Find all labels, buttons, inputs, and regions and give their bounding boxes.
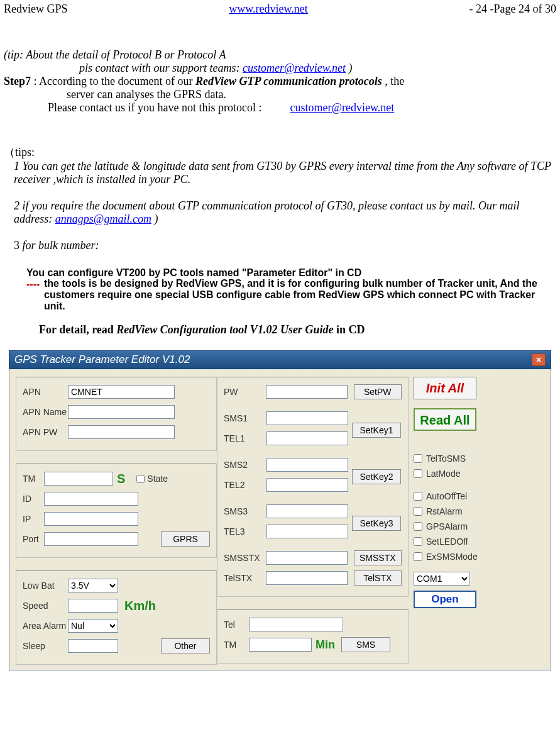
lowbat-select[interactable]: 3.5V — [68, 579, 118, 592]
gpsalarm-label: GPSAlarm — [426, 521, 468, 531]
tel-input[interactable] — [249, 618, 343, 631]
telstx-button[interactable]: TelSTX — [354, 570, 402, 586]
apn-name-input[interactable] — [68, 405, 175, 419]
autoofftel-checkbox[interactable] — [414, 492, 422, 501]
detail-line: For detail, read RedView Configuration t… — [39, 323, 556, 336]
misc-group: Low Bat 3.5V SpeedKm/h Area Alarm Nul Sl… — [16, 570, 217, 665]
sms1-input[interactable] — [266, 411, 348, 425]
tm-unit-s: S — [117, 472, 125, 486]
other-button[interactable]: Other — [161, 638, 210, 653]
tel2-input[interactable] — [266, 478, 348, 492]
apn-pw-label: APN PW — [23, 427, 68, 437]
tm-input[interactable] — [44, 472, 113, 486]
sms2-label: SMS2 — [224, 460, 266, 470]
lowbat-label: Low Bat — [23, 581, 68, 591]
tel-label: Tel — [224, 620, 249, 630]
areaalarm-label: Area Alarm — [23, 621, 68, 631]
bulk-block: You can configure VT200 by PC tools name… — [26, 267, 556, 312]
tip-line-2-suffix: ) — [346, 62, 353, 74]
open-button[interactable]: Open — [414, 591, 476, 608]
dialog-titlebar[interactable]: GPS Tracker Parameter Editor V1.02 × — [9, 350, 551, 369]
latmode-check[interactable]: LatMode — [414, 469, 544, 479]
setledoff-checkbox[interactable] — [414, 537, 422, 546]
gpsalarm-checkbox[interactable] — [414, 522, 422, 531]
tip-3-num: 3 — [14, 239, 19, 252]
tel3-label: TEL3 — [224, 526, 266, 536]
tel3-input[interactable] — [266, 525, 348, 538]
teltosms-checkbox[interactable] — [414, 454, 422, 463]
smsstx-button[interactable]: SMSSTX — [354, 550, 402, 565]
id-input[interactable] — [44, 492, 138, 506]
pw-input[interactable] — [266, 385, 348, 399]
tel1-input[interactable] — [266, 431, 348, 445]
sleep-label: Sleep — [23, 641, 68, 651]
step7-line1: Step7 : According to the document of our… — [4, 75, 556, 88]
exsmsmode-check[interactable]: ExSMSMode — [414, 552, 544, 562]
sms-button[interactable]: SMS — [341, 637, 390, 652]
areaalarm-select[interactable]: Nul — [68, 619, 118, 633]
tm2-label: TM — [224, 640, 249, 650]
state-checkbox-wrap[interactable]: State — [136, 474, 168, 484]
setpw-button[interactable]: SetPW — [354, 384, 402, 399]
telstx-label: TelSTX — [224, 573, 266, 583]
tel1-label: TEL1 — [224, 433, 266, 443]
port-label: Port — [23, 534, 44, 544]
step7-line2: server can analyses the GPRS data. — [67, 88, 556, 101]
header-page-number: - 24 -Page 24 of 30 — [469, 3, 556, 16]
exsmsmode-checkbox[interactable] — [414, 552, 422, 561]
anna-email-link[interactable]: annagps@gmail.com — [55, 213, 151, 225]
tip-2: 2 if you require the document about GTP … — [14, 199, 556, 226]
customer-email-link[interactable]: customer@redview.net — [290, 101, 394, 114]
setledoff-check[interactable]: SetLEDOff — [414, 536, 544, 547]
gpsalarm-check[interactable]: GPSAlarm — [414, 521, 544, 531]
sms-group: Tel TMMinSMS — [217, 609, 409, 664]
ip-input[interactable] — [44, 512, 138, 526]
bulk-line-1: You can configure VT200 by PC tools name… — [26, 267, 556, 279]
conn-group: TM S State ID IP Port GPRS — [16, 464, 217, 558]
dialog-title: GPS Tracker Parameter Editor V1.02 — [14, 353, 190, 366]
min-unit: Min — [316, 638, 335, 652]
state-checkbox[interactable] — [136, 475, 145, 483]
init-all-button[interactable]: Init All — [414, 377, 476, 399]
header-left: Redview GPS — [4, 3, 68, 16]
latmode-label: LatMode — [426, 469, 460, 479]
smsstx-input[interactable] — [266, 551, 348, 565]
tip-line-1: (tip: About the detail of Protocol B or … — [4, 48, 556, 62]
autoofftel-check[interactable]: AutoOffTel — [414, 491, 544, 501]
step7-label: Step7 — [4, 75, 31, 87]
telstx-input[interactable] — [266, 571, 348, 585]
tm2-input[interactable] — [249, 638, 312, 652]
state-label: State — [147, 474, 168, 484]
step7-bold: RedView GTP communication protocols — [195, 75, 382, 87]
rstalarm-label: RstAlarm — [426, 506, 463, 516]
rstalarm-check[interactable]: RstAlarm — [414, 506, 544, 516]
autoofftel-label: AutoOffTel — [426, 491, 467, 501]
close-icon[interactable]: × — [532, 353, 546, 366]
setledoff-label: SetLEDOff — [426, 536, 468, 547]
sms3-input[interactable] — [266, 504, 348, 518]
step7-line3: Please contact us if you have not this p… — [48, 101, 556, 114]
apn-input[interactable] — [68, 385, 175, 399]
setkey2-button[interactable]: SetKey2 — [352, 469, 401, 484]
apn-group: APN APN Name APN PW — [16, 377, 217, 451]
sleep-input[interactable] — [68, 639, 118, 653]
step7-rest1: : According to the document of our — [31, 75, 195, 87]
setkey1-button[interactable]: SetKey1 — [352, 423, 401, 438]
detail-prefix: For detail, read — [39, 323, 116, 336]
gprs-button[interactable]: GPRS — [161, 531, 210, 547]
setkey3-button[interactable]: SetKey3 — [352, 516, 401, 531]
latmode-checkbox[interactable] — [414, 469, 422, 478]
port-input[interactable] — [44, 532, 138, 546]
read-all-button[interactable]: Read All — [414, 408, 476, 431]
teltosms-check[interactable]: TelToSMS — [414, 453, 544, 464]
sms2-input[interactable] — [266, 458, 348, 472]
com-select[interactable]: COM1 — [414, 572, 470, 586]
detail-suffix: in CD — [333, 323, 365, 336]
tips-block: （tips: 1 You can get the latitude & long… — [4, 145, 556, 252]
sms1-label: SMS1 — [224, 413, 266, 423]
support-email-link[interactable]: customer@redview.net — [243, 62, 346, 74]
header-link[interactable]: www.redview.net — [229, 3, 308, 16]
speed-input[interactable] — [68, 599, 118, 613]
apn-pw-input[interactable] — [68, 425, 175, 439]
rstalarm-checkbox[interactable] — [414, 507, 422, 516]
